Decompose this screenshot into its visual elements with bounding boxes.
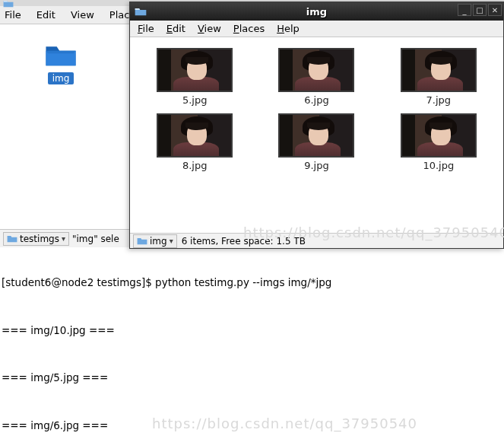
thumb-label: 5.jpg: [157, 94, 233, 106]
terminal-line: === img/6.jpg ===: [2, 418, 502, 434]
image-icon: [401, 48, 477, 92]
terminal-line: === img/5.jpg ===: [2, 370, 502, 386]
close-button[interactable]: ✕: [488, 4, 502, 16]
image-icon: [157, 113, 233, 158]
folder-icon: [135, 6, 147, 17]
front-file-manager-window: img _ □ ✕ File Edit View Places Help 5.j…: [129, 2, 504, 249]
front-body[interactable]: 5.jpg 6.jpg 7.jpg 8.jpg 9.jpg 10.jpg: [130, 37, 503, 233]
chevron-down-icon: ▾: [170, 237, 173, 245]
image-icon: [401, 113, 477, 158]
front-menu-file[interactable]: File: [138, 23, 154, 34]
front-menu-view[interactable]: View: [198, 23, 221, 34]
folder-icon: [137, 237, 147, 245]
back-status-text: "img" sele: [72, 234, 119, 244]
terminal-line: === img/10.jpg ===: [2, 323, 502, 339]
front-menu-edit[interactable]: Edit: [166, 23, 185, 34]
chevron-down-icon: ▾: [62, 234, 65, 243]
thumb-label: 10.jpg: [401, 160, 477, 171]
terminal-output[interactable]: [student6@node2 testimgs]$ python testim…: [2, 259, 502, 434]
back-path-label: testimgs: [20, 234, 59, 244]
front-titlebar[interactable]: img _ □ ✕: [130, 2, 503, 21]
thumb-label: 7.jpg: [401, 94, 477, 106]
folder-label: img: [48, 72, 74, 84]
front-status-text: 6 items, Free space: 1.5 TB: [182, 236, 306, 247]
thumb-label: 6.jpg: [278, 94, 354, 106]
minimize-button[interactable]: _: [458, 4, 471, 16]
front-path-label: img: [150, 236, 167, 247]
back-path-chip[interactable]: testimgs ▾: [3, 232, 69, 246]
image-icon: [278, 48, 354, 92]
thumb-label: 9.jpg: [278, 160, 354, 171]
back-menu-edit[interactable]: Edit: [36, 9, 55, 21]
thumb-5[interactable]: 5.jpg: [157, 48, 233, 106]
front-path-chip[interactable]: img ▾: [133, 234, 177, 248]
folder-icon: [3, 0, 14, 8]
thumb-8[interactable]: 8.jpg: [157, 113, 233, 171]
window-buttons: _ □ ✕: [458, 4, 502, 16]
back-menu-file[interactable]: File: [5, 9, 21, 21]
front-menu-places[interactable]: Places: [233, 23, 265, 34]
front-statusbar: img ▾ 6 items, Free space: 1.5 TB: [130, 233, 503, 248]
folder-item-img[interactable]: img: [38, 43, 84, 84]
folder-icon: [44, 43, 78, 67]
front-menu-help[interactable]: Help: [277, 23, 300, 34]
front-title: img: [306, 6, 327, 18]
thumb-6[interactable]: 6.jpg: [278, 48, 354, 106]
maximize-button[interactable]: □: [473, 4, 487, 16]
image-icon: [278, 113, 354, 158]
front-menubar: File Edit View Places Help: [130, 21, 503, 37]
terminal-prompt: [student6@node2 testimgs]$ python testim…: [2, 275, 502, 291]
thumb-9[interactable]: 9.jpg: [278, 113, 354, 171]
thumb-10[interactable]: 10.jpg: [401, 113, 477, 171]
image-icon: [157, 48, 233, 92]
thumb-label: 8.jpg: [157, 160, 233, 171]
back-menu-view[interactable]: View: [71, 9, 94, 21]
thumb-7[interactable]: 7.jpg: [401, 48, 477, 106]
folder-icon: [7, 234, 17, 243]
